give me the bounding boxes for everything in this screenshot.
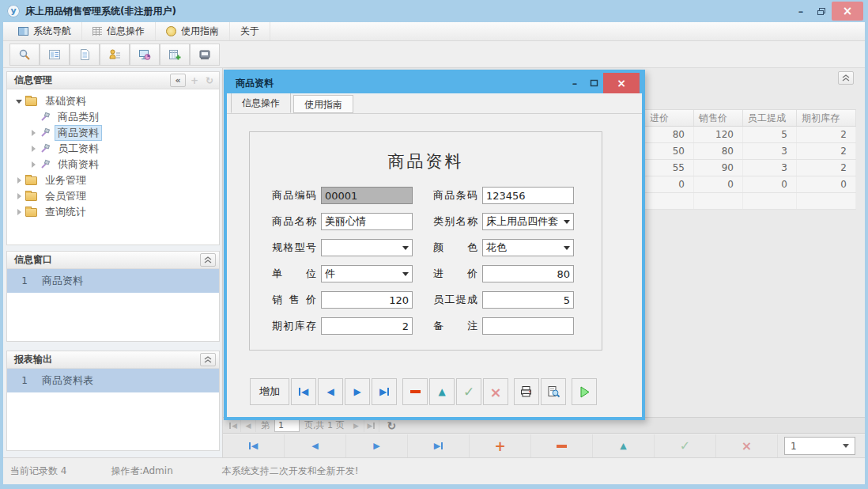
minimize-button[interactable]: – [791,6,811,17]
table-row[interactable]: 50 80 3 2 [645,143,856,160]
collapse-panel-button[interactable] [200,253,216,267]
expander-closed-icon[interactable] [14,177,24,184]
restore-button[interactable] [811,7,832,16]
first-record-button[interactable]: ◀ [223,434,285,457]
next-record-icon: ▶ [353,386,360,397]
search-tool-button[interactable] [9,44,40,66]
product-name-field[interactable] [321,213,413,230]
add-button[interactable]: 增加 [250,378,289,405]
last-record-button[interactable]: ▶ [408,434,470,457]
menu-about[interactable]: 关于 [230,22,270,40]
delete-record-button[interactable] [402,378,428,405]
cancel-record-button[interactable]: × [483,378,508,405]
record-count-select[interactable]: 1 [784,437,855,455]
print-preview-button[interactable] [541,378,566,405]
list-item-product-report[interactable]: 1 商品资料表 [7,369,219,392]
cancel-record-button[interactable]: × [716,434,778,457]
cash-register-tool-button[interactable] [190,44,220,66]
tab-info-ops[interactable]: 信息操作 [231,93,291,113]
color-select[interactable]: 花色 [482,239,574,256]
last-page-button[interactable]: ▶ [364,419,379,432]
refresh-icon[interactable]: ↻ [387,419,397,432]
next-record-button[interactable]: ▶ [345,378,370,405]
remark-field[interactable] [482,317,574,335]
add-record-button[interactable]: + [470,434,531,457]
sale-price-field[interactable] [321,291,413,309]
next-record-button[interactable]: ▶ [346,434,408,457]
tree-item-member-manage[interactable]: 会员管理 [7,188,219,204]
expander-closed-icon[interactable] [28,161,38,168]
column-header[interactable]: 期初库存 [797,110,856,126]
tab-user-guide[interactable]: 使用指南 [293,95,353,113]
expander-closed-icon[interactable] [28,146,38,152]
product-barcode-field[interactable] [482,187,574,204]
prev-record-button[interactable]: ◀ [318,378,343,405]
tree-item-employee-info[interactable]: 员工资料 [7,141,219,157]
dialog-minimize-button[interactable]: – [565,78,584,89]
report-chart-tool-button[interactable] [130,44,160,66]
close-button[interactable]: × [832,2,863,21]
dialog-close-button[interactable]: × [603,73,640,93]
tree-item-supplier-info[interactable]: 供商资料 [7,157,219,172]
chevron-down-icon [402,272,409,276]
purchase-price-field[interactable] [482,265,574,282]
tree-item-product-info[interactable]: 商品资料 [7,125,219,141]
initial-stock-field[interactable] [321,317,413,335]
menu-label: 系统导航 [33,25,71,38]
collapse-main-button[interactable] [838,71,854,85]
employee-tool-button[interactable] [100,44,130,66]
next-page-button[interactable]: ▶ [349,419,364,432]
expander-closed-icon[interactable] [28,130,38,136]
collapse-sidebar-button[interactable]: « [170,74,186,87]
page-number-input[interactable] [274,419,300,432]
list-item-product-info[interactable]: 1 商品资料 [7,269,219,293]
column-header[interactable]: 销售价 [694,110,743,126]
menu-user-guide[interactable]: 使用指南 [156,22,230,40]
tree-item-base-data[interactable]: 基础资料 [7,93,219,109]
prev-record-button[interactable]: ◀ [285,434,346,457]
dialog-maximize-button[interactable] [584,79,603,87]
commission-field[interactable] [482,291,574,309]
edit-record-button[interactable]: ▲ [593,434,655,457]
unit-select[interactable]: 件 [321,265,413,282]
document-icon [78,48,91,61]
column-header[interactable]: 员工提成 [743,110,797,126]
menu-system-nav[interactable]: 系统导航 [8,22,82,40]
table-add-tool-button[interactable] [160,44,190,66]
expander-closed-icon[interactable] [14,209,24,215]
expander-closed-icon[interactable] [14,193,24,199]
tree-label: 员工资料 [55,141,102,157]
run-report-button[interactable] [572,378,597,405]
document-tool-button[interactable] [70,44,100,66]
table-row[interactable]: 80 120 5 2 [645,127,856,143]
info-window-header: 信息窗口 [7,252,219,269]
tree-item-query-stats[interactable]: 查询统计 [7,204,219,220]
cell: 120 [694,127,743,142]
cell: 80 [645,127,694,142]
confirm-record-button[interactable]: ✓ [655,434,716,457]
cell: 3 [743,160,797,176]
field-label-name: 商品名称 [272,213,321,230]
card-view-tool-button[interactable] [40,44,70,66]
table-row[interactable]: 0 0 0 0 [645,176,856,193]
list-label: 商品资料表 [42,373,93,388]
table-row[interactable]: 55 90 3 2 [645,160,856,176]
first-page-button[interactable]: ◀ [226,419,241,432]
tree-item-business-manage[interactable]: 业务管理 [7,172,219,188]
menu-label: 关于 [240,25,259,38]
category-select[interactable]: 床上用品四件套 [482,213,574,230]
delete-record-button[interactable] [531,434,593,457]
collapse-panel-button[interactable] [200,353,216,366]
dialog-titlebar[interactable]: 商品资料 – × [227,73,642,93]
last-record-button[interactable]: ▶ [372,378,397,405]
first-record-button[interactable]: ◀ [291,378,316,405]
print-button[interactable] [514,378,539,405]
column-header[interactable]: 进价 [645,110,694,126]
tree-item-product-category[interactable]: 商品类别 [7,109,219,125]
save-record-button[interactable]: ✓ [456,378,481,405]
prev-page-button[interactable]: ◀ [241,419,256,432]
spec-select[interactable] [321,239,413,256]
edit-record-button[interactable]: ▲ [429,378,455,405]
expander-open-icon[interactable] [14,100,24,104]
menu-info-ops[interactable]: 信息操作 [82,22,156,40]
